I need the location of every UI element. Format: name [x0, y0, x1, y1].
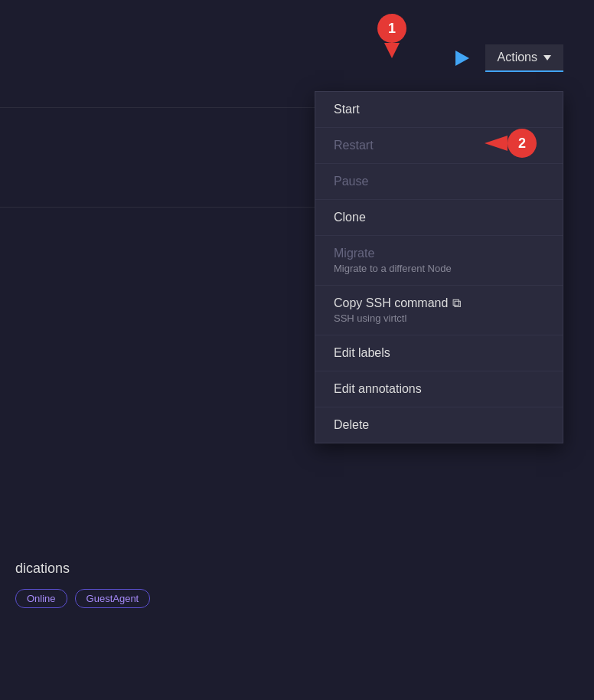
- menu-item-clone[interactable]: Clone: [315, 200, 563, 236]
- svg-marker-0: [384, 43, 400, 58]
- step-2-arrow: [485, 136, 508, 151]
- menu-item-edit-annotations[interactable]: Edit annotations: [315, 371, 563, 407]
- menu-item-pause-label: Pause: [334, 175, 368, 188]
- divider-bottom: [0, 207, 318, 208]
- svg-marker-1: [485, 136, 508, 151]
- chevron-down-icon: [543, 55, 551, 61]
- copy-icon: ⧉: [452, 296, 461, 310]
- menu-item-migrate[interactable]: Migrate Migrate to a different Node: [315, 236, 563, 286]
- menu-item-copy-ssh-sublabel: SSH using virtctl: [334, 312, 544, 324]
- actions-button[interactable]: Actions: [485, 44, 563, 72]
- step-1-arrow: [384, 43, 400, 60]
- menu-item-edit-labels[interactable]: Edit labels: [315, 335, 563, 371]
- header-bar: Actions: [449, 44, 594, 72]
- menu-item-delete-label: Delete: [334, 418, 369, 431]
- divider-top: [0, 107, 318, 108]
- step-1-badge: 1: [377, 14, 406, 43]
- menu-item-migrate-sublabel: Migrate to a different Node: [334, 263, 544, 274]
- bottom-section: dications Online GuestAgent: [0, 545, 165, 623]
- copy-ssh-row: Copy SSH command ⧉: [334, 296, 544, 310]
- play-button[interactable]: [449, 44, 476, 72]
- menu-item-edit-labels-label: Edit labels: [334, 346, 390, 359]
- badge-guest-agent: GuestAgent: [75, 589, 151, 608]
- menu-item-start[interactable]: Start: [315, 92, 563, 128]
- menu-item-restart-label: Restart: [334, 139, 374, 152]
- menu-item-copy-ssh[interactable]: Copy SSH command ⧉ SSH using virtctl: [315, 286, 563, 335]
- actions-label: Actions: [498, 51, 537, 64]
- step-2-annotation: 2: [485, 129, 537, 158]
- menu-item-start-label: Start: [334, 103, 360, 116]
- badge-online: Online: [15, 589, 67, 608]
- section-title: dications: [15, 561, 150, 577]
- menu-item-clone-label: Clone: [334, 211, 366, 224]
- menu-item-pause[interactable]: Pause: [315, 164, 563, 200]
- menu-item-migrate-label: Migrate: [334, 247, 374, 260]
- menu-item-copy-ssh-label: Copy SSH command: [334, 296, 448, 310]
- menu-item-edit-annotations-label: Edit annotations: [334, 382, 422, 395]
- menu-item-delete[interactable]: Delete: [315, 407, 563, 443]
- step-1-annotation: 1: [377, 14, 406, 60]
- play-icon: [455, 51, 469, 66]
- badges-row: Online GuestAgent: [15, 589, 150, 608]
- step-2-badge: 2: [508, 129, 537, 158]
